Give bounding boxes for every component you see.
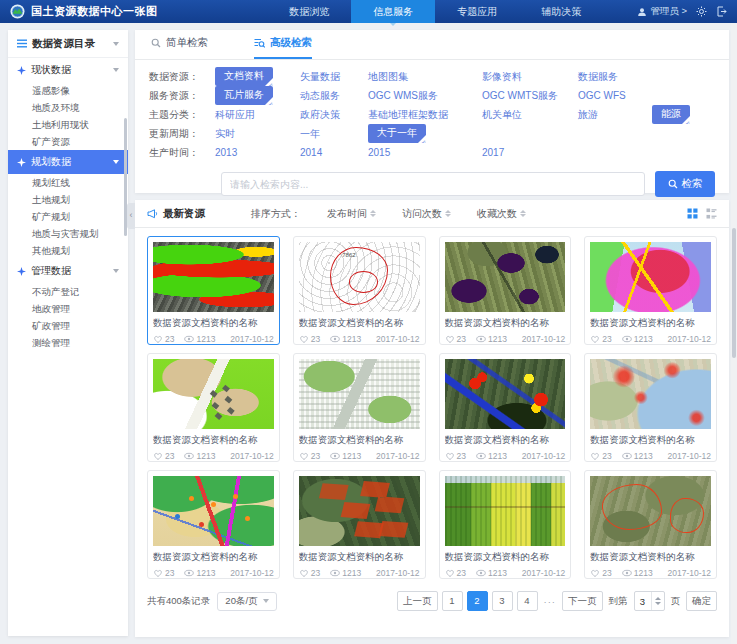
resource-card[interactable]: 数据资源文档资料的名称 23 1213 2017-10-12 <box>584 353 717 462</box>
view-toggle <box>687 208 717 219</box>
resource-card[interactable]: 数据资源文档资料的名称 23 1213 2017-10-12 <box>439 470 572 579</box>
card-thumbnail-map <box>445 242 566 312</box>
tab-simple-search[interactable]: 简单检索 <box>151 29 208 59</box>
tree-item-geology-env[interactable]: 地质及环境 <box>8 99 128 116</box>
tree-item-mineral-resources[interactable]: 矿产资源 <box>8 133 128 150</box>
filter-option[interactable]: OGC WMTS服务 <box>482 89 558 103</box>
tree-group-planning-data[interactable]: 规划数据 <box>8 150 128 174</box>
resource-card[interactable]: 数据资源文档资料的名称 23 1213 2017-10-12 <box>293 353 426 462</box>
filter-option[interactable]: 基础地理框架数据 <box>368 108 448 122</box>
page-button-4[interactable]: 4 <box>517 591 538 611</box>
tree-group-current-data[interactable]: 现状数据 <box>8 58 128 82</box>
views-count: 1213 <box>196 334 215 344</box>
page-size-value: 20条/页 <box>225 595 257 608</box>
filter-option[interactable]: 机关单位 <box>482 108 522 122</box>
heart-icon <box>153 334 163 344</box>
tree-item-land-administration[interactable]: 地政管理 <box>8 300 128 317</box>
tab-advanced-search[interactable]: 高级检索 <box>254 29 312 59</box>
filter-option[interactable]: OGC WMS服务 <box>368 89 438 103</box>
spinner-arrows-icon[interactable] <box>651 592 664 610</box>
likes-count: 23 <box>602 451 611 461</box>
catalog-header[interactable]: 数据资源目录 <box>8 30 128 58</box>
grid-view-icon[interactable] <box>687 208 698 219</box>
card-date: 2017-10-12 <box>230 451 273 461</box>
tree-group-management-data[interactable]: 管理数据 <box>8 259 128 283</box>
filter-option-selected[interactable]: 能源 <box>652 105 690 124</box>
filter-option-selected[interactable]: 文档资料 <box>215 67 273 86</box>
settings-gear-icon[interactable] <box>696 6 707 17</box>
tree-item-mineral-planning[interactable]: 矿产规划 <box>8 208 128 225</box>
filter-option[interactable]: OGC WFS <box>578 90 626 101</box>
tree-item-other-planning[interactable]: 其他规划 <box>8 242 128 259</box>
resource-card[interactable]: 数据资源文档资料的名称 23 1213 2017-10-12 <box>439 353 572 462</box>
page-scrollbar[interactable] <box>731 23 737 644</box>
page-scrollbar-thumb[interactable] <box>732 228 736 358</box>
filter-option[interactable]: 动态服务 <box>300 89 340 103</box>
nav-item-thematic-app[interactable]: 专题应用 <box>435 0 519 23</box>
list-view-icon[interactable] <box>706 208 717 219</box>
user-menu[interactable]: 管理员 > <box>637 5 687 18</box>
tree-item-land-use[interactable]: 土地利用现状 <box>8 116 128 133</box>
views-count: 1213 <box>196 568 215 578</box>
resource-card[interactable]: 7862 数据资源文档资料的名称 23 1213 2017-10-12 <box>293 236 426 345</box>
tree-item-real-estate-registration[interactable]: 不动产登记 <box>8 283 128 300</box>
search-input[interactable] <box>221 172 645 196</box>
resource-card[interactable]: 数据资源文档资料的名称 23 1213 2017-10-12 <box>584 236 717 345</box>
tree-item-surveying-administration[interactable]: 测绘管理 <box>8 334 128 351</box>
filter-option[interactable]: 数据服务 <box>578 70 618 84</box>
search-button[interactable]: 检索 <box>655 171 715 197</box>
nav-item-decision-support[interactable]: 辅助决策 <box>519 0 603 23</box>
page-button-2[interactable]: 2 <box>467 591 488 611</box>
sidebar-collapse-handle[interactable]: ‹ <box>127 203 135 229</box>
logout-icon[interactable] <box>716 6 727 17</box>
filter-option[interactable]: 实时 <box>215 127 235 141</box>
card-title: 数据资源文档资料的名称 <box>153 434 274 447</box>
goto-page-input[interactable]: 3 <box>634 591 665 611</box>
prev-page-button[interactable]: 上一页 <box>397 591 438 611</box>
resource-card[interactable]: 数据资源文档资料的名称 23 1213 2017-10-12 <box>584 470 717 579</box>
app-logo-icon <box>10 4 25 19</box>
filter-option-selected[interactable]: 大于一年 <box>368 124 426 143</box>
filter-option[interactable]: 2013 <box>215 147 237 158</box>
tree-item-remote-sensing[interactable]: 遥感影像 <box>8 82 128 99</box>
resource-card[interactable]: 数据资源文档资料的名称 23 1213 2017-10-12 <box>293 470 426 579</box>
filter-option[interactable]: 地图图集 <box>368 70 408 84</box>
filter-option[interactable]: 政府决策 <box>300 108 340 122</box>
page-button-1[interactable]: 1 <box>442 591 463 611</box>
filter-option-selected[interactable]: 瓦片服务 <box>215 86 273 105</box>
heart-icon <box>445 568 455 578</box>
resource-card[interactable]: 数据资源文档资料的名称 23 1213 2017-10-12 <box>147 353 280 462</box>
tree-item-planning-redline[interactable]: 规划红线 <box>8 174 128 191</box>
tree-item-mining-administration[interactable]: 矿政管理 <box>8 317 128 334</box>
tree-item-geo-disaster-planning[interactable]: 地质与灾害规划 <box>8 225 128 242</box>
sort-by-favorites[interactable]: 收藏次数 <box>477 207 526 221</box>
heart-icon <box>153 451 163 461</box>
next-page-button[interactable]: 下一页 <box>562 591 603 611</box>
card-meta: 23 1213 2017-10-12 <box>445 568 566 578</box>
nav-item-data-browse[interactable]: 数据浏览 <box>267 0 351 23</box>
page-size-select[interactable]: 20条/页 <box>217 592 276 611</box>
sort-by-publish-time[interactable]: 发布时间 <box>327 207 376 221</box>
filter-option[interactable]: 科研应用 <box>215 108 255 122</box>
nav-item-info-service[interactable]: 信息服务 <box>351 0 435 23</box>
filter-option[interactable]: 旅游 <box>578 108 598 122</box>
eye-icon <box>622 569 632 577</box>
card-date: 2017-10-12 <box>376 334 419 344</box>
resource-card[interactable]: 数据资源文档资料的名称 23 1213 2017-10-12 <box>147 236 280 345</box>
card-meta: 23 1213 2017-10-12 <box>590 568 711 578</box>
card-meta: 23 1213 2017-10-12 <box>153 568 274 578</box>
filter-option[interactable]: 2015 <box>368 147 390 158</box>
resource-card[interactable]: 数据资源文档资料的名称 23 1213 2017-10-12 <box>439 236 572 345</box>
filter-option[interactable]: 影像资料 <box>482 70 522 84</box>
likes-count: 23 <box>165 568 174 578</box>
eye-icon <box>184 335 194 343</box>
resource-card[interactable]: 数据资源文档资料的名称 23 1213 2017-10-12 <box>147 470 280 579</box>
filter-option[interactable]: 2017 <box>482 147 504 158</box>
sort-by-visits[interactable]: 访问次数 <box>402 207 451 221</box>
filter-option[interactable]: 矢量数据 <box>300 70 340 84</box>
tree-item-land-planning[interactable]: 土地规划 <box>8 191 128 208</box>
page-button-3[interactable]: 3 <box>492 591 513 611</box>
confirm-button[interactable]: 确定 <box>686 591 717 611</box>
filter-option[interactable]: 2014 <box>300 147 322 158</box>
filter-option[interactable]: 一年 <box>300 127 320 141</box>
